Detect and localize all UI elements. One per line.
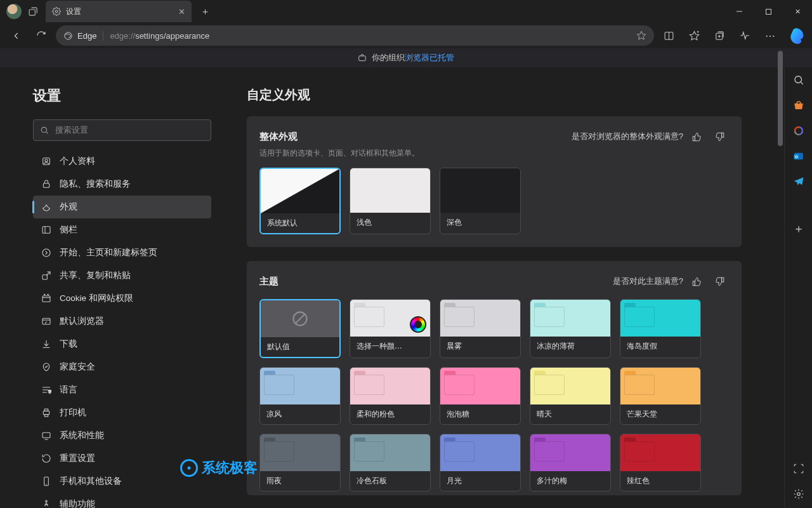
theme-option[interactable]: 海岛度假 [620,299,701,358]
nav-item-5[interactable]: 共享、复制和粘贴 [33,264,211,287]
settings-sidebar: 设置 搜索设置 个人资料隐私、搜索和服务外观侧栏开始、主页和新建标签页共享、复制… [0,67,224,508]
back-button[interactable] [5,25,27,46]
nav-item-3[interactable]: 侧栏 [33,218,211,241]
gear-icon [52,7,61,16]
svg-rect-44 [693,281,695,285]
browser-tab-settings[interactable]: 设置 ✕ [46,1,192,22]
outlook-icon[interactable]: O [791,149,806,164]
theme-option[interactable]: 雨夜 [259,434,341,491]
nav-icon [41,498,52,508]
nav-icon: 字 [41,384,52,396]
svg-rect-35 [44,415,48,417]
theme-option[interactable]: 月光 [440,434,521,491]
theme-option[interactable]: 柔和的粉色 [350,367,431,425]
maximize-button[interactable] [754,0,783,23]
appearance-option[interactable]: 系统默认 [259,168,341,234]
nav-item-11[interactable]: 打印机 [33,401,211,424]
nav-item-12[interactable]: 系统和性能 [33,424,211,447]
svg-line-16 [46,132,48,134]
telegram-icon[interactable] [791,174,806,189]
nav-icon [41,270,52,281]
managed-notice: 你的组织浏览器已托管 [0,48,812,67]
theme-option[interactable]: 凉风 [259,367,341,425]
nav-icon [41,293,52,304]
search-input[interactable]: 搜索设置 [33,119,211,141]
svg-rect-0 [29,9,35,15]
nav-item-10[interactable]: 字语言 [33,378,211,401]
profile-avatar[interactable] [6,4,22,19]
color-picker-icon[interactable] [410,316,426,333]
thumbs-down-button[interactable] [710,128,729,145]
search-icon[interactable] [791,72,806,88]
screenshot-icon[interactable] [791,461,806,476]
svg-point-57 [188,467,191,470]
briefcase-icon [358,53,367,62]
settings-main: 自定义外观 整体外观 是否对浏览器的整体外观满意? 适用于新的选项卡、页面、对话… [224,67,784,508]
nav-item-7[interactable]: 默认浏览器 [33,310,211,333]
svg-rect-24 [43,296,50,302]
nav-item-8[interactable]: 下载 [33,333,211,356]
managed-link[interactable]: 浏览器已托管 [405,53,454,62]
collections-icon[interactable] [709,25,730,46]
theme-option[interactable]: 芒果天堂 [620,367,701,425]
theme-option[interactable]: 冰凉的薄荷 [530,299,611,358]
close-window-button[interactable]: ✕ [783,0,812,23]
add-rail-button[interactable]: ＋ [791,221,806,236]
favorite-star-icon[interactable] [636,30,646,41]
svg-point-18 [45,159,48,162]
theme-option[interactable]: 晴天 [530,367,611,425]
nav-icon [41,430,52,441]
address-bar[interactable]: Edge edge://settings/appearance [56,25,654,46]
appearance-option[interactable]: 浅色 [350,168,431,234]
edge-logo-icon [63,31,73,41]
workspaces-icon[interactable] [27,5,39,18]
nav-item-15[interactable]: 辅助功能 [33,493,211,508]
svg-rect-20 [43,227,50,234]
svg-point-15 [41,127,46,132]
minimize-button[interactable] [724,0,754,23]
nav-icon [41,476,52,487]
rail-settings-icon[interactable] [791,486,806,502]
appearance-option[interactable]: 深色 [440,168,521,234]
office-icon[interactable] [791,123,806,138]
nav-item-6[interactable]: Cookie 和网站权限 [33,287,211,310]
performance-icon[interactable] [734,25,756,46]
nav-icon [41,178,52,190]
nav-icon [41,338,52,350]
theme-option[interactable]: 晨雾 [440,299,521,358]
sidebar-title: 设置 [33,86,211,105]
window-controls: ✕ [724,0,812,23]
shopping-icon[interactable] [791,98,806,113]
theme-option[interactable]: 多汁的梅 [530,434,611,491]
more-menu-button[interactable]: ⋯ [759,25,781,46]
nav-icon [41,407,52,418]
nav-icon [41,247,52,258]
split-screen-icon[interactable] [658,25,679,46]
nav-item-1[interactable]: 隐私、搜索和服务 [33,173,211,196]
nav-item-2[interactable]: 外观 [33,196,211,218]
new-tab-button[interactable]: ＋ [195,2,214,21]
themes-panel: 主题 是否对此主题满意? 默认值选择一种颜…晨雾冰凉的薄荷海岛度假 凉风柔和的粉… [247,261,742,495]
theme-option[interactable]: 辣红色 [620,434,701,491]
right-rail: O ＋ [784,67,812,508]
theme-option[interactable]: 选择一种颜… [350,299,431,358]
copilot-icon[interactable] [788,26,807,45]
thumbs-down-button[interactable] [710,272,729,290]
theme-option[interactable]: 默认值 [259,299,341,358]
thumbs-up-button[interactable] [687,128,706,145]
refresh-button[interactable] [30,25,52,46]
svg-rect-3 [766,9,771,14]
svg-marker-5 [637,31,645,39]
nav-item-4[interactable]: 开始、主页和新建标签页 [33,241,211,264]
nav-item-9[interactable]: 家庭安全 [33,356,211,378]
nav-icon [41,156,52,167]
svg-line-49 [801,82,802,84]
theme-option[interactable]: 泡泡糖 [440,367,521,425]
theme-option[interactable]: 冷色石板 [350,434,431,491]
nav-item-0[interactable]: 个人资料 [33,150,211,173]
thumbs-up-button[interactable] [687,272,706,290]
tab-close-icon[interactable]: ✕ [178,7,185,17]
svg-rect-42 [693,136,695,140]
favorites-icon[interactable] [683,25,705,46]
svg-rect-43 [721,133,723,137]
